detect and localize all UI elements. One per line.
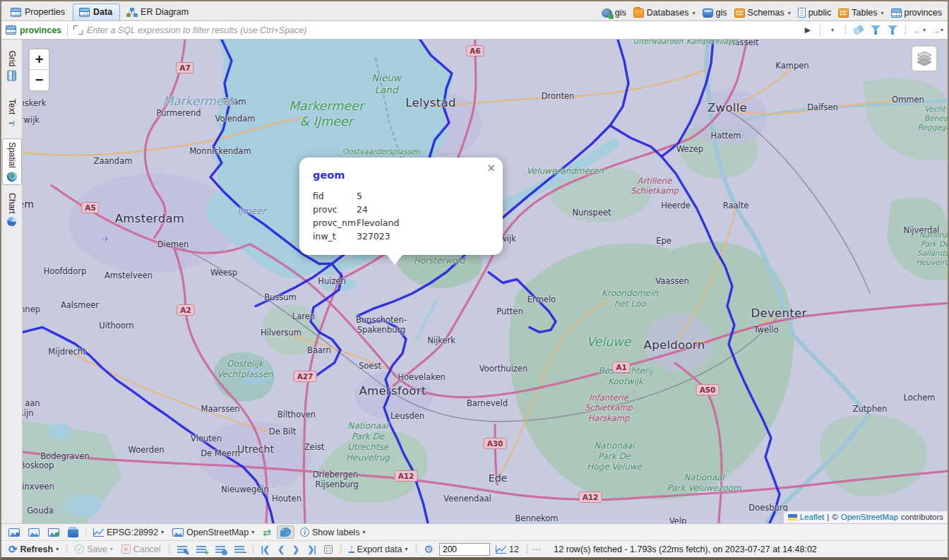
- chevron-down-icon: ▾: [941, 27, 943, 33]
- edit-row-icon: ✎: [177, 545, 188, 554]
- table-reference[interactable]: provinces: [6, 25, 61, 35]
- tab-properties[interactable]: Properties: [4, 4, 73, 20]
- database-icon: [703, 8, 713, 18]
- copy-map-icon: [8, 528, 20, 537]
- delete-row-button[interactable]: −: [232, 544, 248, 555]
- arrow-right-icon: →: [930, 25, 941, 35]
- delete-row-icon: −: [234, 545, 245, 554]
- custom-filter-button[interactable]: [886, 23, 899, 37]
- styling-button[interactable]: [277, 525, 294, 539]
- status-bar: ⟳ Refresh ▾ ✓ Save ▾ ✕ Cancel ✎ + ⊕ − |❮…: [1, 540, 948, 557]
- zoom-out-button[interactable]: −: [30, 70, 49, 90]
- view-tab-grid[interactable]: Grid: [2, 42, 22, 89]
- add-row-icon: +: [196, 545, 207, 554]
- save-filter-button[interactable]: [869, 23, 882, 37]
- save-button[interactable]: ✓ Save ▾: [72, 543, 116, 556]
- fetch-segment-button[interactable]: 12: [493, 543, 522, 556]
- forward-button[interactable]: →▾: [930, 23, 943, 37]
- app-window: Properties Data ER Diagram gis Databases…: [0, 0, 949, 560]
- first-page-button[interactable]: |❮: [258, 543, 272, 556]
- filter-history-dropdown[interactable]: ▾: [826, 23, 839, 37]
- breadcrumb-gis[interactable]: gis: [703, 8, 727, 18]
- breadcrumb-gis[interactable]: gis: [602, 8, 626, 18]
- play-icon: ▶: [805, 25, 811, 35]
- breadcrumb-databases[interactable]: Databases ▾: [633, 8, 696, 18]
- result-view-strip: Grid TextT Spatial Chart: [1, 40, 23, 523]
- popup-attribute-row: provc24: [313, 204, 489, 215]
- separator: [415, 544, 417, 554]
- last-page-button[interactable]: ❯|: [304, 543, 318, 556]
- next-page-icon: ❯: [292, 544, 299, 554]
- expand-filter-icon[interactable]: [73, 25, 83, 35]
- separator: [844, 25, 847, 35]
- tab-er-diagram[interactable]: ER Diagram: [120, 4, 196, 20]
- view-tab-text[interactable]: TextT: [2, 90, 22, 137]
- save-picture-icon: [48, 528, 59, 537]
- postgres-icon: [602, 8, 612, 18]
- save-picture-button[interactable]: [45, 527, 62, 538]
- export-icon: ↑: [349, 545, 354, 554]
- fetch-all-button[interactable]: [321, 544, 335, 555]
- crs-label: EPSG:28992: [107, 528, 158, 537]
- export-data-button[interactable]: ↑ Export data ▾: [346, 543, 411, 556]
- map-canvas: [23, 40, 948, 523]
- basemap-selector[interactable]: OpenStreetMap ▾: [169, 526, 257, 539]
- crs-selector[interactable]: EPSG:28992 ▾: [90, 526, 167, 539]
- breadcrumb-schemas[interactable]: Schemas ▾: [734, 8, 791, 18]
- copy-map-button[interactable]: [6, 527, 23, 538]
- edit-row-button[interactable]: ✎: [174, 544, 191, 555]
- flip-coordinates-button[interactable]: ⇄: [260, 525, 274, 540]
- info-icon: i: [300, 528, 309, 537]
- map-zoom-control: + −: [28, 48, 50, 92]
- view-tab-chart[interactable]: Chart: [2, 186, 22, 233]
- chevron-down-icon: ▾: [110, 546, 113, 552]
- table-icon: [6, 25, 16, 35]
- breadcrumb-tables[interactable]: Tables ▾: [838, 8, 883, 18]
- ukraine-flag-icon: [788, 514, 797, 520]
- back-button[interactable]: ←▾: [912, 23, 926, 37]
- add-row-button[interactable]: +: [193, 544, 210, 555]
- arrow-left-icon: ←: [912, 25, 923, 35]
- breadcrumb-public[interactable]: public: [798, 8, 832, 18]
- show-labels-label: Show labels: [312, 528, 359, 537]
- tab-data[interactable]: Data: [73, 4, 120, 20]
- popup-title[interactable]: geom: [313, 169, 489, 181]
- view-picture-button[interactable]: [25, 527, 42, 538]
- refresh-button[interactable]: ⟳ Refresh ▾: [6, 542, 61, 557]
- chevron-down-icon: ▾: [881, 10, 883, 16]
- spatial-map[interactable]: HeemskerkBeverwijkHaarlemZaandamPurmeren…: [23, 40, 948, 523]
- show-labels-button[interactable]: i Show labels ▾: [297, 526, 368, 539]
- save-label: Save: [87, 544, 107, 554]
- leaflet-link[interactable]: Leaflet: [800, 513, 825, 521]
- previous-page-button[interactable]: ❮: [275, 543, 287, 556]
- popup-close-button[interactable]: ×: [487, 162, 496, 174]
- text-icon: T: [7, 118, 16, 129]
- gear-icon: ⚙: [424, 544, 434, 554]
- breadcrumb-provinces[interactable]: provinces: [891, 8, 943, 18]
- swap-axes-icon: ⇄: [263, 527, 271, 538]
- data-icon: [79, 8, 90, 17]
- editor-tab-bar: Properties Data ER Diagram gis Databases…: [1, 1, 948, 21]
- view-tab-spatial[interactable]: Spatial: [2, 138, 22, 185]
- chevron-down-icon: ▾: [56, 546, 59, 552]
- last-page-icon: ❯|: [307, 544, 315, 554]
- sql-filter-input[interactable]: [87, 25, 797, 35]
- layers-control[interactable]: [911, 45, 938, 72]
- separator: [905, 25, 907, 35]
- separator: [526, 544, 528, 554]
- next-page-button[interactable]: ❯: [290, 543, 302, 556]
- apply-filter-button[interactable]: ▶: [801, 23, 814, 37]
- clear-filter-button[interactable]: [852, 23, 865, 37]
- chevron-down-icon: ▾: [693, 10, 696, 16]
- zoom-in-button[interactable]: +: [30, 49, 49, 70]
- duplicate-row-button[interactable]: ⊕: [213, 544, 229, 555]
- chevron-down-icon: ▾: [161, 529, 164, 535]
- settings-button[interactable]: ⚙: [422, 542, 436, 556]
- osm-link[interactable]: OpenStreetMap: [841, 513, 898, 521]
- fetch-size-input[interactable]: [439, 543, 490, 556]
- print-button[interactable]: [65, 526, 81, 539]
- previous-page-icon: ❮: [277, 544, 284, 554]
- more-icon[interactable]: ⋯: [532, 544, 542, 554]
- cancel-button[interactable]: ✕ Cancel: [119, 543, 164, 556]
- basemap-label: OpenStreetMap: [186, 528, 249, 537]
